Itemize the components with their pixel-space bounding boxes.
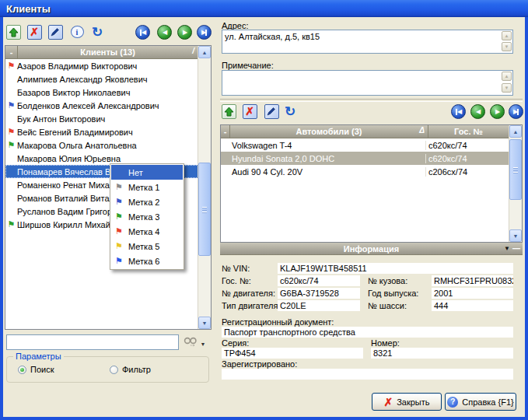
number-label: Номер:	[371, 338, 400, 348]
edit-button[interactable]	[47, 23, 64, 40]
scroll-down-button[interactable]: ▼	[509, 229, 522, 242]
note-spin-up[interactable]: ▲	[502, 72, 512, 81]
nav-first-icon: ◀	[142, 29, 145, 36]
car-add-button[interactable]	[220, 103, 237, 120]
info-button[interactable]: i	[68, 23, 86, 40]
engine-type-value: C20LE	[278, 300, 360, 311]
nav-next-button[interactable]: ▶	[177, 25, 192, 40]
edit-icon	[48, 25, 63, 40]
flag-icon: ⚑	[5, 99, 17, 112]
parameters-group-label: Параметры	[13, 352, 64, 361]
car-nav-prev-button[interactable]: ◀	[470, 104, 485, 119]
address-spin-up[interactable]: ▲	[502, 31, 512, 40]
window: Клиенты ✗ i ↻ ◀ ◀ ▶ ▶ -	[0, 0, 528, 420]
menu-item[interactable]: ⚑Метка 6	[111, 254, 183, 268]
nav-last-button[interactable]: ▶	[197, 25, 212, 40]
note-spin-down[interactable]: ▼	[502, 83, 512, 93]
client-name: Алимпиев Александр Яковлевич	[17, 75, 148, 84]
nav-first-button[interactable]: ◀	[135, 25, 150, 40]
car-nav-last-button[interactable]: ▶	[509, 104, 523, 119]
sort-indicator: /	[192, 47, 194, 55]
dropdown-arrow-icon: ▼	[201, 341, 206, 347]
help-button[interactable]: ? Справка {F1}	[445, 393, 516, 411]
clients-header-minus[interactable]: -	[5, 46, 18, 59]
scroll-thumb[interactable]	[198, 163, 211, 256]
cars-list[interactable]: - Автомобили (3) Δ Гос. № Volkswagen T-4…	[220, 124, 523, 243]
menu-item[interactable]: Нет	[111, 165, 183, 180]
collapse-icon[interactable]: ▼	[504, 245, 510, 252]
plate-value: c620кс/74	[278, 275, 360, 286]
client-name: Бук Антон Викторович	[17, 114, 105, 124]
client-row[interactable]: Алимпиев Александр Яковлевич	[5, 72, 198, 86]
note-field[interactable]	[222, 70, 513, 96]
cars-header-title[interactable]: Автомобили (3) Δ	[230, 125, 428, 138]
client-row[interactable]: ⚑Азаров Владимир Викторович	[5, 59, 198, 72]
car-row[interactable]: Audi 90 4 Cyl. 20Vc206сх/74	[221, 165, 509, 178]
add-button[interactable]	[5, 23, 22, 40]
menu-item-label: Метка 2	[127, 198, 159, 207]
seria-value: ТРФ454	[222, 348, 363, 359]
search-input[interactable]	[6, 334, 179, 350]
menu-item[interactable]: ⚑Метка 5	[111, 239, 183, 254]
registered-label: Зарегистрировано:	[222, 359, 297, 369]
menu-item[interactable]: ⚑Метка 3	[111, 209, 183, 224]
cars-list-header[interactable]: - Автомобили (3) Δ Гос. №	[221, 125, 509, 138]
cars-scrollbar[interactable]: ▲ ▼	[509, 125, 522, 242]
parameters-group: Параметры ПоискФильтр	[6, 356, 209, 383]
menu-item[interactable]: ⚑Метка 2	[111, 194, 183, 209]
scroll-up-button[interactable]: ▲	[198, 46, 211, 58]
body-number-label: № кузова:	[368, 276, 407, 285]
car-plate: c620кс/74	[426, 141, 509, 150]
client-row[interactable]: ⚑Вейс Евгений Владимирович	[5, 125, 198, 138]
plate-label: Гос. №:	[222, 276, 251, 285]
address-spin-down[interactable]: ▼	[502, 42, 512, 51]
minimize-icon[interactable]: —	[512, 244, 520, 253]
clients-header-title[interactable]: Клиенты (13) /	[18, 46, 198, 59]
menu-item[interactable]: ⚑Метка 1	[111, 180, 183, 194]
scroll-up-button[interactable]: ▲	[509, 125, 522, 138]
information-bar: Информация ▼ —	[220, 243, 523, 255]
clients-list-header[interactable]: - Клиенты (13) /	[5, 46, 198, 59]
search-button[interactable]	[182, 334, 199, 351]
menu-item-label: Метка 6	[127, 257, 159, 266]
car-delete-button[interactable]: ✗	[241, 103, 258, 120]
refresh-button[interactable]: ↻	[89, 23, 106, 40]
car-nav-next-button[interactable]: ▶	[490, 104, 505, 119]
client-row[interactable]: ⚑Болденков Алексей Александрович	[5, 99, 198, 112]
nav-first-icon: ◀	[457, 108, 461, 115]
title-bar[interactable]: Клиенты	[0, 0, 528, 17]
menu-item[interactable]: ⚑Метка 4	[111, 224, 183, 239]
nav-next-icon: ▶	[495, 108, 499, 115]
close-button[interactable]: ✗ Закрыть	[372, 393, 442, 411]
client-name: Вейс Евгений Владимирович	[17, 128, 133, 137]
cars-header-plate[interactable]: Гос. №	[428, 125, 509, 138]
cars-rows: Volkswagen T-4c620кс/74Hyundai Sonata 2,…	[221, 138, 509, 242]
menu-item-label: Метка 4	[127, 227, 159, 236]
delete-button[interactable]: ✗	[26, 23, 43, 40]
last-bar-icon	[517, 109, 519, 115]
car-row[interactable]: Volkswagen T-4c620кс/74	[221, 138, 509, 152]
radio-search[interactable]: Поиск	[18, 365, 54, 374]
flag-icon: ⚑	[111, 197, 127, 207]
cars-header-minus[interactable]: -	[221, 125, 230, 138]
refresh-icon: ↻	[285, 105, 295, 118]
nav-prev-button[interactable]: ◀	[157, 25, 172, 40]
flag-icon: ⚑	[5, 125, 17, 138]
car-edit-button[interactable]	[263, 103, 280, 120]
clients-scrollbar[interactable]: ▲ ▼	[198, 46, 211, 329]
car-row[interactable]: Hyundai Sonata 2,0 DOHCc620кс/74	[221, 152, 509, 165]
client-row[interactable]: Бук Антон Викторович	[5, 112, 198, 125]
scroll-down-button[interactable]: ▼	[198, 317, 211, 329]
engine-number-value: G6BA-3719528	[278, 288, 360, 299]
client-row[interactable]: Базаров Виктор Николаевич	[5, 86, 198, 99]
client-name: Макарова Юлия Юрьевна	[17, 154, 121, 163]
number-value: 8321	[371, 348, 513, 359]
car-refresh-button[interactable]: ↻	[281, 103, 299, 120]
client-row[interactable]: ⚑Макарова Ольга Анатольевна	[5, 138, 198, 152]
scroll-thumb[interactable]	[509, 139, 522, 200]
car-nav-first-button[interactable]: ◀	[451, 104, 466, 119]
search-dropdown-button[interactable]: ▼	[198, 335, 208, 352]
address-field[interactable]: ул. Алтайская, д.5, кв15	[222, 30, 513, 54]
radio-filter[interactable]: Фильтр	[110, 365, 151, 374]
separator	[220, 99, 523, 102]
